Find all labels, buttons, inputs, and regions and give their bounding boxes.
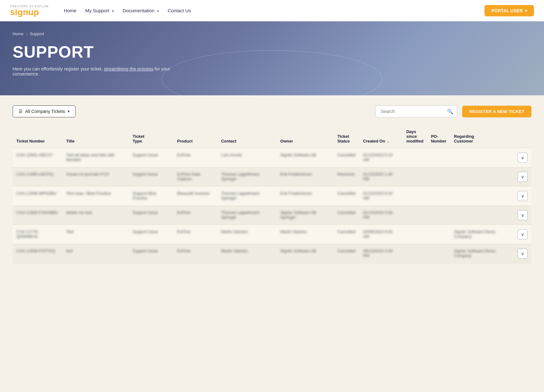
col-contact: Contact (217, 126, 276, 148)
user-portal-button[interactable]: PORTAL USER ▾ (484, 5, 534, 16)
table-cell: Test (62, 225, 129, 244)
nav-link-home[interactable]: Home (64, 8, 76, 13)
nav-item-documentation[interactable]: Documentation ▾ (123, 8, 159, 14)
table-cell (450, 206, 514, 225)
table-cell (450, 167, 514, 187)
table-cell: Cancelled (334, 187, 360, 206)
table-cell: Support Best Practice (129, 187, 173, 206)
expand-cell: ∨ (514, 206, 531, 225)
expand-row-button[interactable]: ∨ (518, 229, 528, 239)
table-cell: 01/13/2023 1:40 PM (359, 167, 402, 187)
table-cell (403, 187, 427, 206)
col-days-since-modified: Dayssincemodified (403, 126, 427, 148)
table-cell: 04/06/2023 9:02 AM (359, 225, 402, 244)
breadcrumb-current: Support (30, 31, 44, 36)
table-cell (403, 206, 427, 225)
table-cell: Signtic Software Demo Company (450, 225, 514, 244)
expand-cell: ∨ (514, 225, 531, 244)
hero-subtitle: Here you can effortlessly register your … (13, 66, 195, 76)
col-ticket-status: TicketStatus (334, 126, 360, 148)
table-cell (403, 148, 427, 167)
table-cell (403, 244, 427, 263)
table-cell: Test all steps and fails with blended (62, 148, 129, 167)
breadcrumb-separator: › (26, 32, 27, 36)
user-button-label: PORTAL USER (491, 8, 523, 13)
register-ticket-button[interactable]: REGISTER A NEW TICKET (462, 106, 531, 117)
table-cell: CAS-11900-FXKKBBU (13, 206, 62, 225)
table-row: CAS-11608-FXFTKQtestSupport IssueExFlowM… (13, 244, 531, 263)
table-cell (427, 206, 450, 225)
table-cell: Martin Stanton (276, 225, 333, 244)
table-cell: ExFlow (173, 225, 218, 244)
table-cell (427, 225, 450, 244)
sort-arrow-icon: ↓ (387, 139, 389, 143)
table-cell (403, 167, 427, 187)
expand-row-button[interactable]: ∨ (518, 191, 528, 201)
table-cell: Thomas Lappelmann Springer (217, 187, 276, 206)
nav-right: PORTAL USER ▾ (484, 5, 534, 16)
expand-row-button[interactable]: ∨ (518, 249, 528, 259)
search-input[interactable] (375, 105, 457, 117)
nav-item-home[interactable]: Home (64, 8, 76, 14)
table-cell: Resolved (334, 167, 360, 187)
table-cell: Signtic Software AB (276, 244, 333, 263)
user-button-chevron-icon: ▾ (525, 8, 527, 13)
expand-cell: ∨ (514, 244, 531, 263)
table-cell (403, 225, 427, 244)
table-row: CAS-11980-LBCFKLIssues on journals FCOSu… (13, 167, 531, 187)
nav-item-contact-us[interactable]: Contact Us (168, 8, 191, 14)
col-regarding-customer: RegardingCustomer (450, 126, 514, 148)
nav-link-contact-us[interactable]: Contact Us (168, 8, 191, 13)
expand-cell: ∨ (514, 148, 531, 167)
breadcrumb-home[interactable]: Home (13, 31, 24, 36)
filter-tickets-button[interactable]: ☰ All Company Tickets ▾ (13, 105, 76, 117)
nav-link-my-support[interactable]: My Support ▾ (85, 8, 114, 13)
table-cell: Test case / Best Practice (62, 187, 129, 206)
table-cell: Signtic Software AB (276, 148, 333, 167)
table-cell: 01/13/2023 3:30 PM (359, 206, 402, 225)
table-cell: Thomas Lappelmann Springer (217, 167, 276, 187)
col-created-on[interactable]: Created On ↓ (359, 126, 402, 148)
col-ticket-type: TicketType (129, 126, 173, 148)
table-cell: Support Issue (129, 206, 173, 225)
col-title: Title (62, 126, 129, 148)
table-cell: Beausoft Invoices (173, 187, 218, 206)
table-body: CAS-12001-ABCXYTest all steps and fails … (13, 148, 531, 263)
table-cell: Signtic Software Demo Company (450, 244, 514, 263)
table-cell: CAS-11776-QDMMBUS (13, 225, 62, 244)
nav-item-my-support[interactable]: My Support ▾ (85, 8, 114, 14)
table-cell: ExFlow (173, 206, 218, 225)
table-cell (427, 148, 450, 167)
table-cell: ExFlow (173, 148, 218, 167)
breadcrumb: Home › Support (13, 31, 531, 36)
logo: CREATORS OF EXFLOW signup (10, 5, 49, 17)
filter-icon: ☰ (19, 109, 23, 114)
my-support-chevron-icon: ▾ (112, 9, 114, 13)
table-cell: ExFlow (173, 244, 218, 263)
table-cell (450, 187, 514, 206)
table-header: Ticket Number Title TicketType Product C… (13, 126, 531, 148)
table-cell: Thomas Lappelmann Springer (217, 206, 276, 225)
expand-row-button[interactable]: ∨ (518, 153, 528, 163)
table-cell (427, 244, 450, 263)
table-cell: CAS-11608-FXFTKQ (13, 244, 62, 263)
hero-section: Home › Support SUPPORT Here you can effo… (0, 21, 544, 95)
table-cell (450, 148, 514, 167)
table-row: CAS-11949-WFKDBUTest case / Best Practic… (13, 187, 531, 206)
expand-row-button[interactable]: ∨ (518, 172, 528, 182)
table-cell: 09/13/2023 4:45 PM (359, 244, 402, 263)
table-row: CAS-11900-FXKKBBUdelete me testSupport I… (13, 206, 531, 225)
table-cell: test (62, 244, 129, 263)
filter-label: All Company Tickets (25, 109, 65, 114)
table-cell: Martin Stanton (217, 244, 276, 263)
nav-links: Home My Support ▾ Documentation ▾ Contac… (64, 8, 191, 14)
col-product: Product (173, 126, 218, 148)
table-cell: Support Issue (129, 167, 173, 187)
col-ticket-number: Ticket Number (13, 126, 62, 148)
table-cell: 01/12/2023 5:10 AM (359, 148, 402, 167)
nav-link-documentation[interactable]: Documentation ▾ (123, 8, 159, 13)
toolbar-right: 🔍 REGISTER A NEW TICKET (375, 105, 531, 117)
search-wrap: 🔍 (375, 105, 457, 117)
table-cell: CAS-12001-ABCXY (13, 148, 62, 167)
expand-row-button[interactable]: ∨ (518, 210, 528, 220)
